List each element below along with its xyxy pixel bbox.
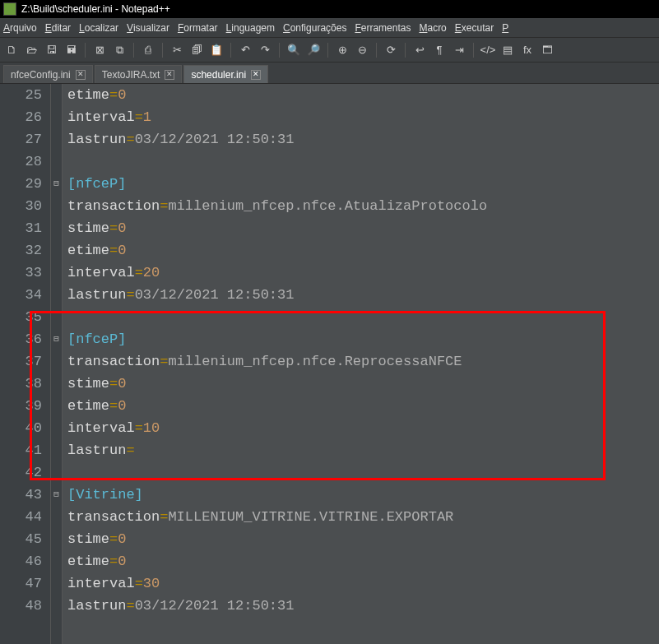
open-file-icon[interactable]: 🗁	[23, 42, 39, 58]
line-number: 45	[0, 528, 42, 550]
line-number: 31	[0, 217, 42, 239]
menu-configuracoes[interactable]: Configurações	[283, 22, 346, 34]
menu-localizar[interactable]: Localizar	[79, 22, 118, 34]
code-line[interactable]: transaction=MILLENIUM_VITRINE.VITRINE.EX…	[67, 506, 659, 528]
fold-handle	[51, 84, 62, 106]
line-number: 33	[0, 262, 42, 284]
line-number: 29	[0, 173, 42, 195]
code-icon[interactable]: </>	[480, 42, 496, 58]
line-number: 35	[0, 306, 42, 328]
code-line[interactable]: transaction=millenium_nfcep.nfce.Reproce…	[67, 350, 659, 373]
copy-icon[interactable]: 🗐	[188, 42, 205, 58]
line-number: 28	[0, 151, 42, 173]
line-number: 41	[0, 439, 42, 461]
menu-bar: Arquivo Editar Localizar Visualizar Form…	[0, 18, 659, 38]
replace-icon[interactable]: 🔎	[305, 42, 322, 58]
code-line[interactable]: stime=0	[67, 217, 659, 239]
toolbar-separator	[405, 43, 406, 58]
tab-close-icon[interactable]: ✕	[251, 70, 261, 80]
line-number: 36	[0, 328, 42, 350]
fold-handle[interactable]: ⊟	[51, 328, 62, 350]
save-icon[interactable]: 🖫	[43, 42, 59, 58]
line-number: 30	[0, 195, 42, 217]
folder-view-icon[interactable]: 🗔	[539, 42, 555, 58]
line-number: 40	[0, 417, 42, 439]
code-line[interactable]: [nfceP]	[67, 328, 659, 350]
new-file-icon[interactable]: 🗋	[3, 42, 20, 58]
zoom-out-icon[interactable]: ⊖	[354, 42, 370, 58]
save-all-icon[interactable]: 🖬	[63, 42, 79, 58]
code-line[interactable]: interval=20	[67, 262, 659, 284]
code-line[interactable]: interval=1	[67, 106, 659, 128]
fold-handle	[51, 550, 62, 572]
print-icon[interactable]: ⎙	[140, 42, 156, 58]
menu-arquivo[interactable]: Arquivo	[3, 22, 37, 34]
sync-icon[interactable]: ⟳	[383, 42, 399, 58]
line-number: 42	[0, 461, 42, 484]
fold-handle	[51, 128, 62, 151]
show-all-chars-icon[interactable]: ¶	[431, 42, 448, 58]
tab-close-icon[interactable]: ✕	[165, 70, 174, 80]
code-line[interactable]: interval=30	[67, 572, 659, 595]
code-line[interactable]: lastrun=	[67, 439, 659, 461]
code-line[interactable]: stime=0	[67, 373, 659, 395]
menu-executar[interactable]: Executar	[455, 22, 494, 34]
menu-visualizar[interactable]: Visualizar	[127, 22, 169, 34]
tab-scheduler-ini[interactable]: scheduler.ini✕	[183, 65, 268, 83]
code-line[interactable]: [Vitrine]	[67, 484, 659, 506]
close-all-icon[interactable]: ⧉	[111, 42, 128, 58]
find-icon[interactable]: 🔍	[285, 42, 302, 58]
menu-ferramentas[interactable]: Ferramentas	[355, 22, 411, 34]
paste-icon[interactable]: 📋	[208, 42, 225, 58]
code-line[interactable]	[67, 461, 659, 484]
fold-handle[interactable]: ⊟	[51, 173, 62, 195]
tab-label: TextoJIRA.txt	[102, 69, 160, 81]
wordwrap-icon[interactable]: ↩	[411, 42, 428, 58]
tab-close-icon[interactable]: ✕	[76, 70, 86, 80]
cut-icon[interactable]: ✂	[169, 42, 185, 58]
window-title: Z:\Build\scheduler.ini - Notepad++	[21, 3, 170, 15]
function-list-icon[interactable]: fx	[519, 42, 536, 58]
close-icon[interactable]: ⊠	[91, 42, 108, 58]
line-number: 38	[0, 373, 42, 395]
line-number: 34	[0, 284, 42, 306]
toolbar-separator	[279, 43, 280, 58]
indent-guide-icon[interactable]: ⇥	[451, 42, 467, 58]
code-line[interactable]	[67, 151, 659, 173]
code-line[interactable]: etime=0	[67, 395, 659, 417]
menu-macro[interactable]: Macro	[419, 22, 446, 34]
undo-icon[interactable]: ↶	[237, 42, 253, 58]
menu-editar[interactable]: Editar	[45, 22, 71, 34]
code-line[interactable]: etime=0	[67, 550, 659, 572]
menu-linguagem[interactable]: Linguagem	[226, 22, 275, 34]
line-number: 37	[0, 350, 42, 373]
code-area[interactable]: etime=0interval=1lastrun=03/12/2021 12:5…	[63, 84, 659, 644]
menu-formatar[interactable]: Formatar	[178, 22, 218, 34]
code-line[interactable]: interval=10	[67, 417, 659, 439]
code-line[interactable]: lastrun=03/12/2021 12:50:31	[67, 128, 659, 151]
fold-handle	[51, 217, 62, 239]
fold-handle	[51, 506, 62, 528]
zoom-in-icon[interactable]: ⊕	[334, 42, 350, 58]
menu-plugins[interactable]: P	[502, 22, 508, 34]
code-line[interactable]: [nfceP]	[67, 173, 659, 195]
code-line[interactable]: etime=0	[67, 84, 659, 106]
fold-handle	[51, 195, 62, 217]
code-line[interactable]: stime=0	[67, 528, 659, 550]
line-number: 39	[0, 395, 42, 417]
tab-textojira-txt[interactable]: TextoJIRA.txt✕	[95, 65, 183, 83]
fold-handle	[51, 350, 62, 373]
tab-nfceconfig-ini[interactable]: nfceConfig.ini✕	[3, 65, 93, 83]
code-line[interactable]: etime=0	[67, 239, 659, 262]
doc-map-icon[interactable]: ▤	[499, 42, 516, 58]
line-number-gutter: 2526272829303132333435363738394041424344…	[0, 84, 51, 644]
code-line[interactable]: lastrun=03/12/2021 12:50:31	[67, 284, 659, 306]
line-number: 25	[0, 84, 42, 106]
code-line[interactable]: lastrun=03/12/2021 12:50:31	[67, 595, 659, 617]
redo-icon[interactable]: ↷	[257, 42, 273, 58]
code-line[interactable]: transaction=millenium_nfcep.nfce.Atualiz…	[67, 195, 659, 217]
toolbar-separator	[162, 43, 163, 58]
fold-handle[interactable]: ⊟	[51, 484, 62, 506]
toolbar-separator	[230, 43, 231, 58]
code-line[interactable]	[67, 306, 659, 328]
